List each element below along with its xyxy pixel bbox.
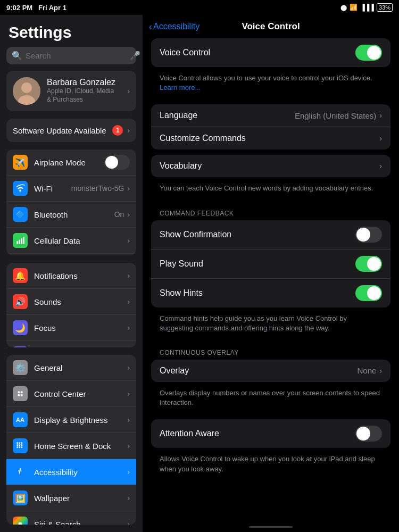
vocabulary-chevron: › bbox=[379, 162, 382, 170]
language-chevron: › bbox=[379, 111, 382, 120]
show-hints-label: Show Hints bbox=[160, 288, 355, 298]
sidebar-item-homescreen[interactable]: Home Screen & Dock › bbox=[6, 433, 136, 459]
search-bar[interactable]: 🔍 🎤 bbox=[6, 47, 136, 64]
controlcenter-icon bbox=[13, 386, 28, 401]
sidebar-item-bluetooth[interactable]: 🔷 Bluetooth On › bbox=[6, 202, 136, 228]
overlay-item[interactable]: Overlay None › bbox=[151, 360, 390, 382]
sidebar-item-hotspot[interactable]: Personal Hotspot Off › bbox=[6, 254, 136, 255]
accessibility-label: Accessibility bbox=[34, 468, 127, 477]
show-confirmation-toggle[interactable] bbox=[355, 227, 382, 243]
svg-rect-4 bbox=[19, 240, 20, 244]
play-sound-item[interactable]: Play Sound bbox=[151, 250, 390, 279]
screentime-icon: ⏳ bbox=[13, 346, 28, 347]
display-label: Display & Brightness bbox=[34, 415, 127, 425]
airplane-toggle[interactable] bbox=[104, 155, 130, 170]
wifi-chevron: › bbox=[127, 184, 130, 193]
sidebar-item-screentime[interactable]: ⏳ Screen Time › bbox=[6, 341, 136, 347]
user-card[interactable]: Barbara Gonzalez Apple ID, iCloud, Media… bbox=[6, 71, 136, 111]
attention-aware-label: Attention Aware bbox=[160, 429, 355, 438]
learn-more-link[interactable]: Learn more... bbox=[160, 84, 201, 92]
content-body: Voice Control Voice Control allows you t… bbox=[143, 38, 399, 522]
svg-rect-13 bbox=[19, 442, 20, 444]
vocabulary-item[interactable]: Vocabulary › bbox=[151, 155, 390, 177]
sounds-chevron: › bbox=[127, 297, 130, 306]
sidebar-item-focus[interactable]: 🌙 Focus › bbox=[6, 315, 136, 341]
search-input[interactable] bbox=[26, 51, 127, 60]
focus-icon: 🌙 bbox=[13, 320, 28, 335]
voice-control-card: Voice Control bbox=[151, 38, 390, 67]
controlcenter-chevron: › bbox=[127, 389, 130, 398]
status-icons: ⬤ 📶 ▐▐▐ 33% bbox=[340, 3, 393, 12]
nav-title: Voice Control bbox=[242, 21, 300, 32]
avatar bbox=[13, 77, 40, 105]
svg-rect-3 bbox=[16, 241, 18, 244]
show-confirmation-label: Show Confirmation bbox=[160, 230, 355, 239]
notifications-group: 🔔 Notifications › 🔊 Sounds › 🌙 Focus › ⏳… bbox=[6, 263, 136, 347]
sidebar-item-cellular[interactable]: Cellular Data › bbox=[6, 228, 136, 254]
command-feedback-card: Show Confirmation Play Sound Show Hints bbox=[151, 220, 390, 307]
notifications-icon: 🔔 bbox=[13, 268, 28, 283]
notifications-label: Notifications bbox=[34, 271, 127, 280]
play-sound-label: Play Sound bbox=[160, 259, 355, 269]
cellular-chevron: › bbox=[127, 236, 130, 245]
attention-aware-toggle[interactable] bbox=[355, 426, 382, 442]
sidebar-item-sounds[interactable]: 🔊 Sounds › bbox=[6, 289, 136, 315]
homescreen-label: Home Screen & Dock bbox=[34, 442, 127, 451]
homescreen-chevron: › bbox=[127, 442, 130, 450]
voice-control-toggle[interactable] bbox=[355, 45, 382, 61]
sidebar-item-controlcenter[interactable]: Control Center › bbox=[6, 381, 136, 407]
voice-control-item[interactable]: Voice Control bbox=[151, 38, 390, 67]
nav-back-button[interactable]: ‹ Accessibility bbox=[149, 21, 200, 32]
svg-rect-5 bbox=[21, 238, 22, 244]
customize-commands-item[interactable]: Customize Commands › bbox=[151, 127, 390, 149]
customize-chevron: › bbox=[379, 134, 382, 143]
overlay-header: CONTINUOUS OVERLAY bbox=[151, 345, 390, 360]
overlay-chevron: › bbox=[379, 367, 382, 375]
sounds-icon: 🔊 bbox=[13, 294, 28, 309]
user-name: Barbara Gonzalez bbox=[47, 78, 121, 87]
sidebar-item-siri[interactable]: Siri & Search › bbox=[6, 511, 136, 525]
siri-icon bbox=[13, 517, 28, 525]
sidebar-title: Settings bbox=[0, 15, 143, 47]
attention-aware-description: Allows Voice Control to wake up when you… bbox=[151, 452, 390, 480]
sidebar-item-general[interactable]: ⚙️ General › bbox=[6, 355, 136, 381]
sidebar-item-wallpaper[interactable]: 🖼️ Wallpaper › bbox=[6, 485, 136, 511]
user-info: Barbara Gonzalez Apple ID, iCloud, Media… bbox=[47, 78, 121, 104]
sidebar-item-display[interactable]: AA Display & Brightness › bbox=[6, 407, 136, 433]
status-bar: 9:02 PM Fri Apr 1 ⬤ 📶 ▐▐▐ 33% bbox=[0, 0, 399, 15]
overlay-label: Overlay bbox=[160, 366, 357, 376]
update-banner[interactable]: Software Update Available 1 › bbox=[6, 119, 136, 142]
vocabulary-label: Vocabulary bbox=[160, 161, 379, 171]
display-icon: AA bbox=[13, 412, 28, 427]
accessibility-icon bbox=[13, 464, 28, 479]
show-hints-toggle[interactable] bbox=[355, 285, 382, 301]
wifi-label: Wi-Fi bbox=[34, 184, 71, 193]
attention-aware-item[interactable]: Attention Aware bbox=[151, 419, 390, 448]
show-hints-item[interactable]: Show Hints bbox=[151, 279, 390, 307]
bluetooth-chevron: › bbox=[127, 210, 130, 219]
sidebar-item-accessibility[interactable]: Accessibility › bbox=[6, 459, 136, 485]
airplane-icon: ✈️ bbox=[13, 155, 28, 170]
sidebar-item-notifications[interactable]: 🔔 Notifications › bbox=[6, 263, 136, 289]
wallpaper-icon: 🖼️ bbox=[13, 491, 28, 505]
connectivity-group: ✈️ Airplane Mode Wi-Fi monsterTwo-5G › 🔷 bbox=[6, 149, 136, 255]
svg-rect-16 bbox=[19, 444, 20, 446]
cellular-label: Cellular Data bbox=[34, 236, 127, 245]
general-chevron: › bbox=[127, 363, 130, 372]
voice-control-label: Voice Control bbox=[160, 48, 355, 57]
language-item[interactable]: Language English (United States) › bbox=[151, 104, 390, 127]
sidebar-item-wifi[interactable]: Wi-Fi monsterTwo-5G › bbox=[6, 176, 136, 202]
user-card-chevron: › bbox=[127, 87, 130, 95]
show-confirmation-item[interactable]: Show Confirmation bbox=[151, 220, 390, 250]
language-card: Language English (United States) › Custo… bbox=[151, 104, 390, 149]
svg-point-21 bbox=[20, 468, 21, 470]
attention-aware-card: Attention Aware bbox=[151, 419, 390, 448]
language-label: Language bbox=[160, 111, 295, 120]
controlcenter-label: Control Center bbox=[34, 389, 127, 398]
svg-point-11 bbox=[21, 394, 23, 396]
play-sound-toggle[interactable] bbox=[355, 256, 382, 272]
user-subtitle: Apple ID, iCloud, Media& Purchases bbox=[47, 87, 121, 104]
sidebar-item-airplane[interactable]: ✈️ Airplane Mode bbox=[6, 149, 136, 176]
svg-rect-19 bbox=[19, 446, 20, 448]
general-icon: ⚙️ bbox=[13, 360, 28, 375]
